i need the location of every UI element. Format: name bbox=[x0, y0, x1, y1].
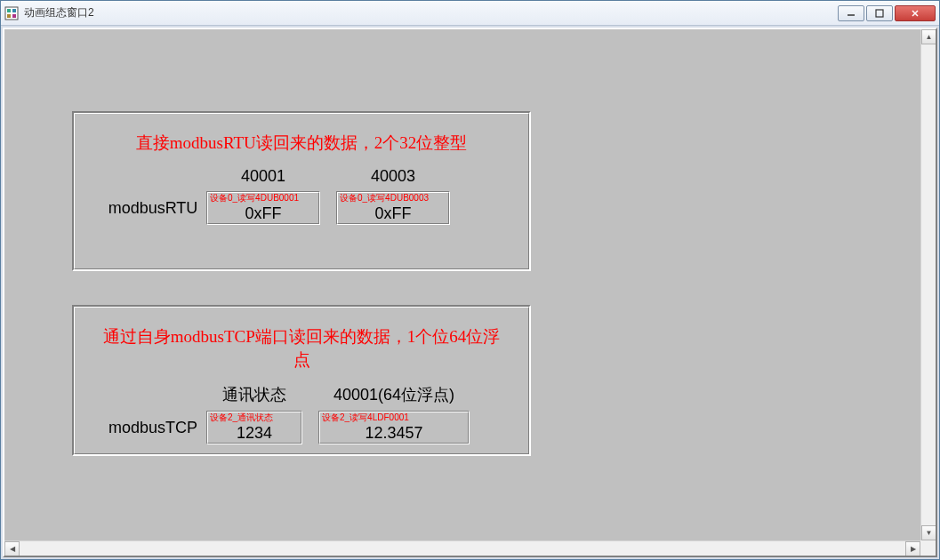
vertical-scrollbar[interactable]: ▲ ▼ bbox=[920, 29, 936, 540]
svg-rect-6 bbox=[876, 10, 883, 17]
row-label: modbusRTU bbox=[100, 199, 206, 218]
scroll-corner bbox=[920, 540, 936, 556]
svg-rect-3 bbox=[7, 14, 11, 18]
svg-rect-1 bbox=[7, 9, 11, 12]
scroll-right-arrow-icon[interactable]: ▶ bbox=[905, 541, 920, 556]
field-value: 12.3457 bbox=[320, 422, 468, 443]
field-tag: 设备0_读写4DUB0001 bbox=[208, 193, 318, 203]
client-area: 直接modbusRTU读回来的数据，2个32位整型 40001 40003 mo… bbox=[3, 28, 937, 557]
header-40001-float: 40001(64位浮点) bbox=[318, 384, 470, 405]
data-row: modbusRTU 设备0_读写4DUB0001 0xFF 设备0_读写4DUB… bbox=[100, 191, 503, 225]
canvas: 直接modbusRTU读回来的数据，2个32位整型 40001 40003 mo… bbox=[4, 29, 920, 540]
field-tcp-comm-status[interactable]: 设备2_通讯状态 1234 bbox=[206, 411, 302, 444]
field-tag: 设备2_通讯状态 bbox=[208, 412, 301, 422]
panel-modbus-tcp: 通过自身modbusTCP端口读回来的数据，1个位64位浮点 通讯状态 4000… bbox=[72, 305, 531, 456]
header-40001: 40001 bbox=[206, 167, 320, 186]
field-value: 0xFF bbox=[338, 203, 448, 223]
panel-title: 通过自身modbusTCP端口读回来的数据，1个位64位浮点 bbox=[100, 325, 503, 372]
field-tag: 设备0_读写4DUB0003 bbox=[338, 193, 448, 203]
window-title: 动画组态窗口2 bbox=[24, 5, 838, 20]
header-comm-status: 通讯状态 bbox=[206, 384, 302, 405]
minimize-button[interactable] bbox=[838, 5, 864, 21]
svg-rect-2 bbox=[12, 9, 16, 12]
row-label: modbusTCP bbox=[100, 419, 206, 437]
panel-modbus-rtu: 直接modbusRTU读回来的数据，2个32位整型 40001 40003 mo… bbox=[72, 111, 531, 271]
app-icon bbox=[4, 6, 19, 20]
scroll-up-arrow-icon[interactable]: ▲ bbox=[921, 29, 936, 44]
close-button[interactable] bbox=[895, 5, 936, 21]
field-tag: 设备2_读写4LDF0001 bbox=[320, 412, 468, 422]
column-headers: 40001 40003 bbox=[206, 167, 503, 186]
scroll-left-arrow-icon[interactable]: ◀ bbox=[4, 541, 20, 556]
maximize-button[interactable] bbox=[866, 5, 893, 21]
header-40003: 40003 bbox=[336, 167, 450, 186]
field-rtu-40003[interactable]: 设备0_读写4DUB0003 0xFF bbox=[336, 191, 450, 225]
scroll-down-arrow-icon[interactable]: ▼ bbox=[921, 525, 936, 540]
field-value: 0xFF bbox=[208, 203, 318, 223]
field-rtu-40001[interactable]: 设备0_读写4DUB0001 0xFF bbox=[206, 191, 320, 225]
field-value: 1234 bbox=[208, 422, 301, 443]
app-window: 动画组态窗口2 直接modbusRTU读回来的数据，2个32位整型 40001 … bbox=[0, 0, 940, 560]
svg-rect-4 bbox=[12, 14, 16, 18]
data-row: modbusTCP 设备2_通讯状态 1234 设备2_读写4LDF0001 1… bbox=[100, 411, 503, 444]
field-tcp-40001[interactable]: 设备2_读写4LDF0001 12.3457 bbox=[318, 411, 470, 444]
column-headers: 通讯状态 40001(64位浮点) bbox=[206, 384, 503, 405]
window-controls bbox=[838, 5, 936, 21]
titlebar[interactable]: 动画组态窗口2 bbox=[1, 1, 939, 26]
horizontal-scrollbar[interactable]: ◀ ▶ bbox=[4, 540, 920, 556]
panel-title: 直接modbusRTU读回来的数据，2个32位整型 bbox=[100, 132, 503, 155]
